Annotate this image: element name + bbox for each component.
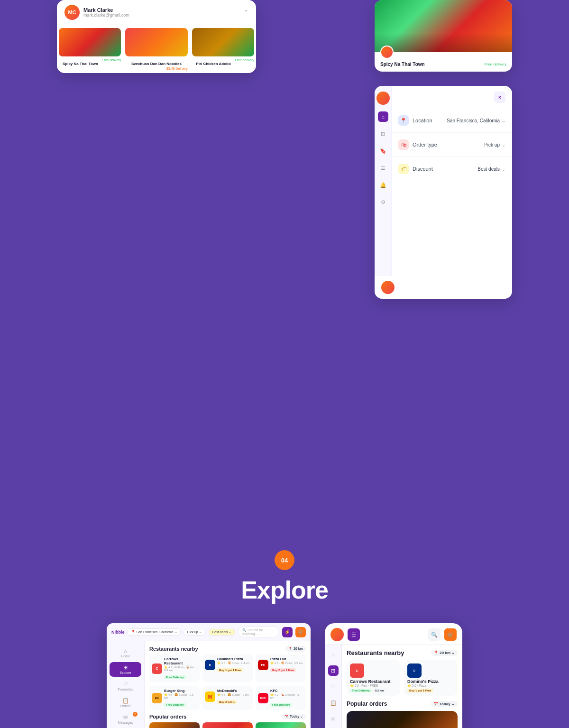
sidebar-label-orders: Orders (120, 704, 130, 708)
food-label-chicken: Piri Chicken Adobo (196, 62, 231, 66)
home-icon: ⌂ (124, 648, 127, 654)
filter-nav-bell[interactable]: 🔔 (378, 180, 388, 190)
food-card-noodles[interactable]: Szechuan Dan Dan Noodles $3.49 Delivery (123, 25, 190, 73)
restaurant-burgerking[interactable]: BK Burger King ⭐ 4.8 · 🍔 Burger · 2.6 km… (149, 686, 200, 710)
filter-row-location[interactable]: 📍 Location San Francisco, California ⌄ (392, 109, 512, 133)
sidebar-item-orders[interactable]: 📋 Orders (110, 695, 141, 710)
topbar-location[interactable]: 📍 San Francisco, California ⌄ (128, 628, 181, 636)
desktop-body: ⌂ Home ⊞ Explore ♡ Favourites 📋 Orders ✉ (107, 641, 311, 728)
filter-row-discount[interactable]: 🏷 Discount Best deals ⌄ (392, 157, 512, 181)
food-delivery-chicken: Free delivery (235, 58, 254, 62)
burgerking-name: Burger King (164, 689, 197, 693)
mobile-search-button[interactable]: 🔍 (428, 628, 441, 641)
filter-value-discount: Best deals (477, 166, 500, 172)
topbar-discount[interactable]: Best deals ⌄ (209, 629, 236, 636)
sidebar-item-favourites[interactable]: ♡ Favourites (110, 679, 141, 693)
mobile-nav-messages[interactable]: ✉ (328, 714, 339, 724)
mobile-food-burger[interactable]: $2.95 Delivery Gigantic Rodeo Burger ⭐ 4… (347, 711, 458, 728)
nearby-section-title: Restaurants nearby 📍 20 km (149, 646, 306, 652)
mobile-nav-favourites[interactable]: ♡ (328, 682, 339, 692)
pizzahut-name: Pizza Hut (270, 657, 303, 661)
topbar-filter-btn[interactable]: ⚡ (282, 627, 293, 637)
filter-chevron-location: ⌄ (502, 118, 505, 123)
mobile-nav-explore[interactable]: ⊞ (328, 665, 339, 676)
topbar-location-text: San Francisco, California (137, 630, 174, 634)
messages-icon: ✉ (123, 714, 128, 720)
mobile-today-badge: 📅 Today ⌄ (431, 701, 458, 707)
mobile-food-list: $2.95 Delivery Gigantic Rodeo Burger ⭐ 4… (347, 711, 458, 728)
filter-sidebar: ⌂ ⊞ 🔖 ☰ 🔔 ⚙ (375, 86, 392, 276)
mobile-carrows-logo: C (350, 663, 364, 678)
mobile-topbar: ☰ 🔍 🛒 (325, 623, 462, 645)
sidebar-label-explore: Explore (120, 671, 131, 674)
mcdonalds-meta: ⭐ 4.7 · 🍔 Burger · 3 km (217, 693, 249, 696)
messages-badge: 2 (133, 712, 138, 717)
right-column: Spicy Na Thai Town Free delivery ⌂ ⊞ 🔖 ☰… (375, 0, 512, 299)
carrows-logo: C (152, 663, 162, 674)
mobile-nav-orders[interactable]: 📋 (328, 698, 339, 708)
restaurant-pizzahut[interactable]: PH Pizza Hut ⭐ 4.8 · 🍕 Pizza · 0.5 km Bu… (256, 654, 306, 682)
filter-row-ordertype[interactable]: 🛍 Order type Pick up ⌄ (392, 133, 512, 157)
section-04: 04 Explore (0, 536, 569, 614)
favourites-icon: ♡ (123, 681, 128, 687)
carrows-badge: Free Delivery (164, 675, 186, 679)
food-card-chicken[interactable]: Piri Chicken Adobo Free delivery (190, 25, 256, 73)
filter-main-content: × 📍 Location San Francisco, California ⌄… (392, 86, 512, 276)
sidebar-label-messages: Messages (118, 721, 133, 724)
popular-title-text: Popular orders (149, 714, 186, 719)
filter-avatar (376, 92, 390, 105)
map-badge: 📍 20 km (285, 646, 306, 652)
kfc-badge: Free Delivery (270, 703, 292, 707)
filter-card-footer (375, 276, 512, 299)
filter-nav-home[interactable]: ⌂ (378, 111, 388, 122)
restaurant-row-2: BK Burger King ⭐ 4.8 · 🍔 Burger · 2.6 km… (149, 686, 306, 710)
mcdonalds-name: McDonald's (217, 689, 249, 693)
search-placeholder-text: 🔍 Search for anything... (242, 628, 263, 636)
food-item-pie[interactable]: Delicious Cheese Pie $4.99 Free delivery… (202, 722, 253, 728)
sidebar-item-messages[interactable]: ✉ Messages 2 (110, 712, 141, 727)
restaurant-carrows[interactable]: C Carrows Restaurant ⭐ 4.7 · 🍽 Fish · 🥃 … (149, 654, 200, 682)
food-item-burger[interactable]: Gigantic Rodeo Burger $2.95 Free deliver… (149, 722, 200, 728)
filter-close-button[interactable]: × (494, 92, 505, 103)
restaurant-dominos[interactable]: D Domino's Pizza ⭐ 4.6 · 🍕 Pizza · 2.4 k… (202, 654, 253, 682)
food-item-chef-burger[interactable]: Chef's Burger Deluxe $4.99 Free delivery… (256, 722, 306, 728)
mobile-menu-button[interactable]: ☰ (348, 628, 360, 641)
chevron-icon: ⌃ (244, 9, 248, 16)
filter-nav-settings[interactable]: ⚙ (378, 197, 388, 207)
topbar-cart-btn[interactable]: 🛒 (295, 627, 306, 637)
restaurant-row-1: C Carrows Restaurant ⭐ 4.7 · 🍽 Fish · 🥃 … (149, 654, 306, 682)
location-icon: 📍 (398, 115, 409, 126)
left-card-header: MC Mark Clarke mark.clarke@gmail.com ⌃ (57, 0, 256, 25)
mobile-dominos-card[interactable]: D Domino's Pizza ⭐ 5.0 · Pizza Buy 1 get… (404, 660, 458, 696)
restaurant-kfc[interactable]: KFC KFC ⭐ 4.2 · 🍗 Chicken · 3 km Free De… (256, 686, 306, 710)
mobile-nav-home[interactable]: ⌂ (328, 649, 339, 660)
mobile-popular-title: Popular orders 📅 Today ⌄ (347, 700, 458, 707)
location-dot: 📍 (131, 630, 136, 634)
filter-value-ordertype: Pick up (484, 142, 500, 147)
carrows-meta: ⭐ 4.7 · 🍽 Fish · 🥃 Ale · 0.3 km (164, 665, 197, 672)
section-title: Explore (241, 576, 328, 604)
mobile-nearby-title-text: Restaurants nearby (347, 649, 404, 656)
dominos-logo: D (205, 660, 215, 670)
topbar-discount-text: Best deals (212, 630, 228, 634)
sidebar-item-home[interactable]: ⌂ Home (110, 646, 141, 660)
desktop-main-content: Restaurants nearby 📍 20 km C Carrows Res… (145, 641, 311, 728)
carrows-name: Carrows Restaurant (164, 657, 197, 665)
filter-nav-bookmark[interactable]: 🔖 (378, 146, 388, 156)
mobile-nearby-title: Restaurants nearby 📍 20 km ⌄ (347, 649, 458, 656)
food-detail-image (375, 0, 512, 52)
desktop-mockup: Nibble 📍 San Francisco, California ⌄ Pic… (107, 623, 311, 728)
mobile-cart-button[interactable]: 🛒 (444, 628, 457, 641)
filter-nav-list[interactable]: ☰ (378, 163, 388, 173)
topbar-ordertype[interactable]: Pick up ⌄ (184, 629, 206, 636)
filter-nav-grid[interactable]: ⊞ (378, 129, 388, 139)
pizzahut-logo: PH (258, 660, 268, 670)
topbar-search[interactable]: 🔍 Search for anything... (238, 627, 279, 637)
food-card-spicy[interactable]: Spicy Na Thai Town Free delivery (57, 25, 123, 73)
burgerking-logo: BK (152, 693, 162, 703)
restaurant-mcdonalds[interactable]: M McDonald's ⭐ 4.7 · 🍔 Burger · 3 km Buy… (202, 686, 253, 710)
food-img-chicken (192, 28, 254, 56)
mobile-carrows-card[interactable]: C Carrows Restaurant ⭐ 5.0 · Fish · FREE… (347, 660, 400, 696)
sidebar-item-explore[interactable]: ⊞ Explore (110, 662, 141, 677)
orders-icon: 📋 (122, 698, 129, 704)
